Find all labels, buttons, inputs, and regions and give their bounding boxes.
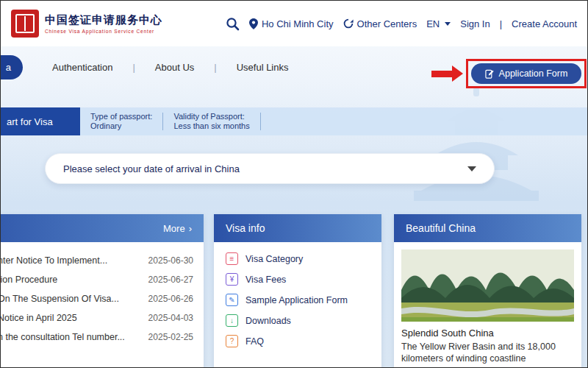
passport-validity-filter[interactable]: Validity of Passport: Less than six mont…: [163, 107, 259, 135]
nav-item-useful-links[interactable]: Useful Links: [237, 62, 289, 73]
logo-title-cn: 中国签证申请服务中心: [45, 13, 162, 27]
application-form-button[interactable]: Application Form: [471, 63, 581, 84]
downloads-icon: ↓: [226, 314, 238, 327]
visa-fees-icon: ¥: [226, 273, 238, 286]
site-header: 中国签证申请服务中心 Chinese Visa Application Serv…: [1, 1, 587, 46]
visa-info-item-fees[interactable]: ¥ Visa Fees: [226, 273, 370, 286]
arrival-date-select[interactable]: Please select your date of arrival in Ch…: [45, 153, 495, 184]
language-label: EN: [426, 18, 440, 29]
header-actions: Ho Chi Minh City Other Centers EN Sign I…: [226, 17, 577, 31]
refresh-icon: [343, 18, 354, 29]
arrival-date-placeholder: Please select your date of arrival in Ch…: [63, 163, 240, 174]
search-icon[interactable]: [226, 17, 240, 31]
sample-form-icon: ✎: [226, 294, 238, 306]
temple-silhouette-decor: [399, 83, 553, 208]
site-logo[interactable]: 中国签证申请服务中心 Chinese Visa Application Serv…: [11, 10, 162, 38]
language-selector[interactable]: EN: [426, 18, 451, 29]
news-item[interactable]: Notice in April 2025 2025-04-03: [0, 308, 193, 328]
landscape-photo[interactable]: [401, 250, 574, 322]
news-more-link[interactable]: More ›: [0, 214, 204, 242]
nav-item-authentication[interactable]: Authentication: [52, 62, 112, 73]
beautiful-china-title: Beautiful China: [394, 214, 581, 242]
visa-filter-bar: art for Visa Type of passport: Ordinary …: [1, 107, 587, 135]
visa-category-icon: ≡: [226, 252, 238, 265]
passport-type-filter[interactable]: Type of passport: Ordinary: [80, 107, 162, 135]
chevron-right-icon: ›: [189, 223, 192, 234]
other-centers-label: Other Centers: [357, 18, 417, 29]
filter-divider: [260, 113, 261, 130]
faq-icon: ?: [226, 335, 238, 347]
visa-info-item-category[interactable]: ≡ Visa Category: [226, 252, 370, 265]
nav-separator: |: [132, 62, 135, 73]
filter-tab-partial[interactable]: art for Visa: [1, 107, 80, 135]
annotation-highlight-box: Application Form: [466, 59, 587, 88]
chevron-down-icon: [467, 166, 476, 171]
visa-info-item-downloads[interactable]: ↓ Downloads: [226, 314, 370, 327]
visa-info-item-faq[interactable]: ? FAQ: [226, 335, 370, 347]
sign-in-link[interactable]: Sign In: [460, 18, 490, 29]
visa-center-page: 中国签证申请服务中心 Chinese Visa Application Serv…: [0, 0, 588, 368]
news-item[interactable]: n the consultation Tel number... 2025-02…: [0, 328, 193, 347]
create-account-link[interactable]: Create Account: [512, 18, 577, 29]
news-item[interactable]: nter Notice To Implement... 2025-06-30: [0, 251, 193, 270]
news-item[interactable]: tion Procedure 2025-06-27: [0, 270, 193, 289]
logo-emblem-icon: [11, 10, 39, 38]
location-pin-icon: [249, 18, 258, 29]
news-item[interactable]: On The Suspension Of Visa... 2025-06-26: [0, 289, 193, 308]
photo-caption: Splendid South China: [401, 328, 574, 339]
city-label: Ho Chi Minh City: [262, 18, 334, 29]
visa-info-title: Visa info: [214, 214, 381, 242]
nav-separator: |: [214, 62, 216, 73]
visa-info-card: Visa info ≡ Visa Category ¥ Visa Fees ✎ …: [214, 214, 381, 368]
form-edit-icon: [485, 69, 495, 79]
photo-description: The Yellow River Basin and its 18,000 ki…: [401, 341, 574, 364]
nav-active-tab-partial[interactable]: a: [0, 55, 23, 79]
visa-info-item-sample-form[interactable]: ✎ Sample Application Form: [226, 294, 370, 306]
chevron-down-icon: [445, 22, 451, 26]
header-separator: |: [500, 18, 502, 29]
news-card: More › nter Notice To Implement... 2025-…: [0, 214, 204, 368]
beautiful-china-card: Beautiful China Splendid South China The…: [394, 214, 581, 368]
other-centers-link[interactable]: Other Centers: [343, 18, 417, 29]
logo-title-en: Chinese Visa Application Service Center: [45, 29, 162, 34]
city-selector[interactable]: Ho Chi Minh City: [249, 18, 334, 29]
nav-item-about-us[interactable]: About Us: [155, 62, 194, 73]
